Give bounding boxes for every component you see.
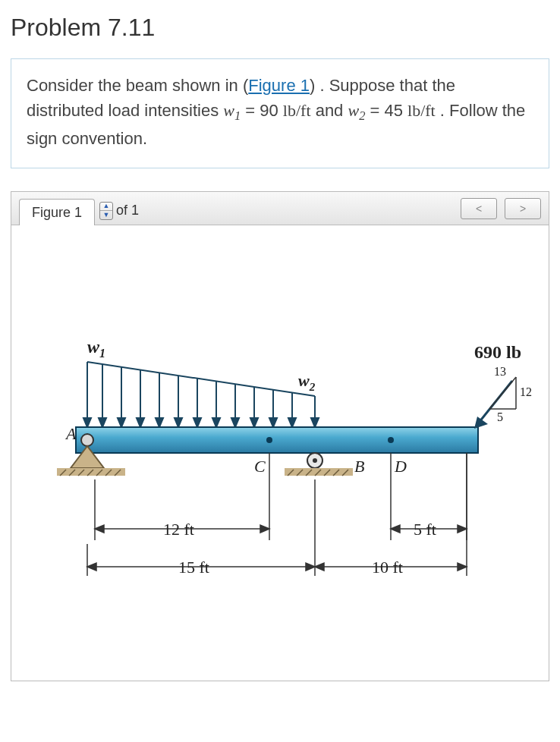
svg-text:B: B <box>354 457 364 476</box>
svg-marker-21 <box>288 418 296 427</box>
svg-text:w2: w2 <box>298 371 316 393</box>
svg-marker-17 <box>250 418 258 427</box>
text: Consider the beam shown in ( <box>27 76 248 95</box>
unit: lb/ft <box>283 101 311 120</box>
text: and <box>311 101 348 120</box>
svg-marker-67 <box>458 563 467 571</box>
svg-marker-15 <box>231 418 239 427</box>
svg-marker-3 <box>118 418 125 427</box>
svg-text:15 ft: 15 ft <box>178 558 209 577</box>
svg-marker-62 <box>87 563 96 571</box>
figure-stepper[interactable]: ▲ ▼ <box>99 202 113 220</box>
text: = 45 <box>365 101 407 120</box>
svg-text:5: 5 <box>497 410 503 423</box>
svg-text:10 ft: 10 ft <box>372 558 403 577</box>
svg-rect-26 <box>76 427 478 453</box>
svg-text:5 ft: 5 ft <box>414 520 436 539</box>
svg-point-27 <box>266 437 272 443</box>
svg-marker-58 <box>260 525 269 533</box>
svg-text:D: D <box>394 457 407 476</box>
sub-1: 1 <box>234 108 241 123</box>
point-load <box>474 377 516 429</box>
svg-text:12 ft: 12 ft <box>163 520 194 539</box>
chevron-up-icon[interactable]: ▲ <box>100 203 112 212</box>
prev-figure-button[interactable]: < <box>461 198 497 219</box>
svg-marker-5 <box>137 418 144 427</box>
beam-diagram: w1 w2 690 lb 13 12 5 A C B D 12 ft 15 ft… <box>11 225 549 681</box>
figure-tabbar: Figure 1 ▲ ▼ of 1 < > <box>11 192 549 225</box>
svg-marker-72 <box>458 525 467 533</box>
svg-marker-19 <box>269 418 277 427</box>
svg-text:A: A <box>64 424 77 443</box>
svg-text:C: C <box>254 457 266 476</box>
figure-link[interactable]: Figure 1 <box>248 76 310 95</box>
unit: lb/ft <box>407 101 436 120</box>
svg-point-29 <box>81 434 93 446</box>
svg-text:690 lb: 690 lb <box>474 342 521 362</box>
next-figure-button[interactable]: > <box>505 198 541 219</box>
svg-text:w1: w1 <box>87 337 105 360</box>
svg-marker-71 <box>391 525 400 533</box>
svg-text:13: 13 <box>494 365 506 378</box>
svg-marker-7 <box>156 418 163 427</box>
svg-marker-13 <box>212 418 220 427</box>
svg-marker-25 <box>311 418 319 427</box>
svg-marker-11 <box>193 418 201 427</box>
text: = 90 <box>241 101 283 120</box>
chevron-down-icon[interactable]: ▼ <box>100 211 112 219</box>
svg-marker-66 <box>315 563 324 571</box>
var-w2: w <box>348 101 359 120</box>
figure-counter: ▲ ▼ of 1 <box>99 202 139 220</box>
figure-panel: Figure 1 ▲ ▼ of 1 < > <box>11 191 549 681</box>
var-w1: w <box>223 101 234 120</box>
svg-marker-57 <box>95 525 104 533</box>
svg-point-40 <box>313 458 317 463</box>
figure-of-text: of 1 <box>116 203 139 219</box>
svg-marker-9 <box>175 418 182 427</box>
support-roller <box>285 453 353 476</box>
page-title: Problem 7.11 <box>0 0 560 58</box>
problem-statement: Consider the beam shown in (Figure 1) . … <box>11 58 549 168</box>
svg-marker-1 <box>99 418 106 427</box>
svg-line-53 <box>489 377 516 409</box>
figure-body: w1 w2 690 lb 13 12 5 A C B D 12 ft 15 ft… <box>11 225 549 681</box>
svg-point-28 <box>388 437 394 443</box>
figure-tab[interactable]: Figure 1 <box>19 199 95 228</box>
svg-text:12: 12 <box>520 385 532 398</box>
svg-marker-23 <box>83 418 91 427</box>
figure-tab-label: Figure 1 <box>32 205 82 221</box>
